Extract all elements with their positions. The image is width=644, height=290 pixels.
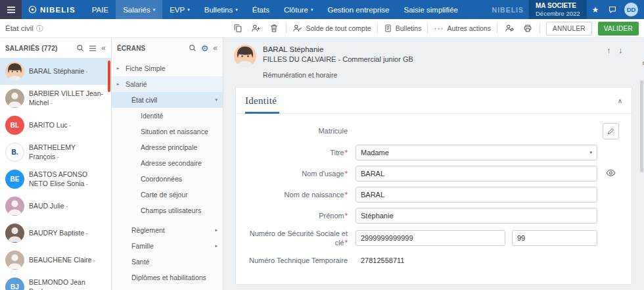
previous-employee-button[interactable]: ↑ (607, 46, 610, 80)
numero-ss-input[interactable] (356, 230, 505, 246)
tree-item-diplomes-habilitations[interactable]: Diplômes et habilitations (112, 270, 223, 285)
nav-item-bulletins[interactable]: Bulletins▾ (197, 0, 245, 19)
edit-matricule-button[interactable] (603, 123, 619, 139)
add-employee-button[interactable] (250, 22, 262, 34)
collapse-employees-panel-icon[interactable]: « (101, 44, 106, 52)
list-view-icon[interactable] (89, 45, 97, 52)
employee-list-item[interactable]: BARBIER VILLET Jean-Michel- (0, 85, 111, 112)
employee-list-item[interactable]: BJ BELMONDO Jean Paul- (0, 274, 111, 290)
nom-usage-label: Nom d'usage* (246, 169, 356, 178)
employee-list-item[interactable]: BAUD Julie- (0, 193, 111, 220)
tree-item-sante[interactable]: Santé (112, 254, 223, 270)
numero-ss-label: Numéro de Sécurité Sociale et clé* (246, 229, 356, 248)
nav-item-saisie-simplifiee[interactable]: Saisie simplifiée (397, 0, 465, 19)
prenom-input[interactable] (356, 208, 597, 224)
annuler-button[interactable]: ANNULER (546, 22, 592, 36)
pencil-icon (607, 127, 615, 135)
employee-list-item[interactable]: B. BARTHELEMY François- (0, 139, 111, 166)
employee-list-item[interactable]: BAUDRY Baptiste- (0, 220, 111, 247)
form-row-numero-securite-sociale: Numéro de Sécurité Sociale et clé* (246, 229, 621, 248)
person-silhouette (5, 251, 24, 270)
info-icon[interactable]: ⓘ (36, 24, 43, 34)
tree-item-etat-civil[interactable]: État civil ▾ (112, 92, 223, 108)
main-scrollbar[interactable] (639, 38, 644, 290)
row-caret-icon: - (44, 287, 47, 290)
nav-item-evp[interactable]: EVP▾ (162, 0, 197, 19)
avatar (5, 89, 24, 108)
row-caret-icon: - (85, 229, 88, 237)
numero-ss-cle-input[interactable] (512, 230, 597, 246)
employee-name: BARTHELEMY François- (29, 143, 104, 160)
search-icon (76, 44, 84, 52)
search-icon (189, 44, 196, 52)
employee-list-item[interactable]: BE BASTOS AFONSO NETO Elise Sonia- (0, 166, 111, 193)
nom-usage-input[interactable] (356, 166, 597, 181)
screens-tree: ▸ Fiche Simple ▸ Salarié État civil ▾ Id… (112, 58, 223, 290)
nibelis-logo-icon (28, 5, 37, 14)
tree-item-adresse-secondaire[interactable]: Adresse secondaire (112, 155, 223, 171)
company-selector[interactable]: MA SOCIETE Décembre 2022 (529, 0, 587, 19)
search-employees-icon[interactable] (76, 44, 84, 52)
employee-list-item[interactable]: BL BARITO Luc- (0, 112, 111, 139)
caret-down-icon: ▾ (235, 7, 238, 12)
employees-scrollbar-thumb[interactable] (108, 60, 110, 92)
list-icon (89, 45, 97, 52)
nom-naissance-input[interactable] (356, 187, 597, 203)
tree-item-fiche-simple[interactable]: ▸ Fiche Simple (112, 60, 223, 76)
tree-item-coordonnees[interactable]: Coordonnées (112, 171, 223, 187)
avatar: BE (5, 170, 24, 189)
identite-form: Matricule Titre* Madame ▾ (236, 114, 632, 285)
main-scrollbar-thumb[interactable] (640, 80, 643, 172)
solde-de-tout-compte-button[interactable]: Solde de tout compte (292, 24, 371, 33)
employee-settings-button[interactable] (503, 22, 516, 34)
bulletins-button[interactable]: Bulletins (384, 24, 422, 33)
search-screens-icon[interactable] (189, 44, 196, 52)
collapse-screens-panel-icon[interactable]: « (213, 44, 218, 52)
view-history-eye-icon[interactable] (606, 169, 616, 178)
employee-name: BEAUCHENE Claire- (29, 256, 95, 264)
employee-list-item[interactable]: BEAUCHENE Claire- (0, 247, 111, 274)
delete-button[interactable] (268, 22, 280, 34)
user-avatar[interactable]: DD (624, 3, 638, 16)
tree-item-adresse-principale[interactable]: Adresse principale (112, 139, 223, 155)
tree-item-permis-vehicule[interactable]: Permis et véhicule ▸ (112, 285, 223, 290)
identite-section-card: Identité ∧ Matricule Titre* (235, 87, 632, 285)
hamburger-menu-button[interactable] (0, 0, 22, 19)
messages-icon[interactable] (604, 5, 621, 14)
person-silhouette (5, 224, 24, 243)
nav-item-paie[interactable]: PAIE (85, 0, 116, 19)
titre-select[interactable]: Madame (356, 145, 597, 160)
tree-item-reglement[interactable]: Règlement ▸ (112, 222, 223, 238)
tree-item-famille[interactable]: Famille ▸ (112, 238, 223, 254)
row-caret-icon: - (85, 180, 88, 187)
person-silhouette (5, 197, 24, 216)
required-asterisk: * (345, 149, 348, 157)
valider-button[interactable]: VALIDER (598, 22, 639, 36)
duplicate-button[interactable] (232, 22, 244, 34)
tree-item-champs-utilisateurs[interactable]: Champs utilisateurs (112, 203, 223, 218)
brand-logo[interactable]: NIBELIS (22, 0, 85, 19)
collapse-section-icon[interactable]: ∧ (618, 97, 622, 105)
tree-item-identite[interactable]: Identité (112, 108, 223, 124)
print-button[interactable] (522, 22, 534, 34)
favorites-star-icon[interactable]: ★ (587, 5, 604, 14)
employee-list-item[interactable]: BARAL Stéphanie- (0, 58, 111, 85)
nav-item-gestion-entreprise[interactable]: Gestion entreprise (321, 0, 397, 19)
tree-item-salarie[interactable]: ▸ Salarié (112, 76, 223, 92)
nav-item-etats[interactable]: États (245, 0, 277, 19)
employee-avatar (234, 45, 256, 67)
screens-panel: ÉCRANS ⚙ « ▸ Fiche Simple ▸ Salarié État… (112, 38, 223, 290)
tree-item-situation-naissance[interactable]: Situation et naissance (112, 124, 223, 139)
brand-name: NIBELIS (40, 6, 76, 14)
nav-item-cloture[interactable]: Clôture▾ (277, 0, 321, 19)
tab-remuneration-horaire[interactable]: Rémunération et horaire (263, 71, 413, 80)
employee-name: BAUD Julie- (29, 202, 68, 210)
nom-naissance-label: Nom de naissance* (246, 190, 356, 199)
autres-actions-button[interactable]: ··· Autres actions (434, 24, 491, 33)
nav-item-salaries[interactable]: Salariés▾ (116, 0, 162, 19)
titre-label: Titre* (246, 148, 356, 157)
tree-item-carte-sejour[interactable]: Carte de séjour (112, 187, 223, 203)
screens-settings-gear-icon[interactable]: ⚙ (201, 43, 209, 53)
avatar (5, 224, 24, 243)
hamburger-icon (7, 6, 16, 14)
